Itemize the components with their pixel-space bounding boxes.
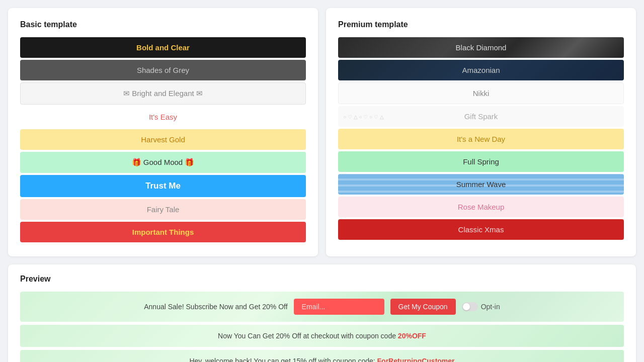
template-its-easy[interactable]: It's Easy [20, 107, 306, 127]
get-coupon-button[interactable]: Get My Coupon [390, 299, 456, 315]
returning-text: Hey, welcome back! You can get 15% off w… [189, 357, 454, 362]
template-its-new-day[interactable]: It's a New Day [338, 129, 624, 149]
template-amazonian[interactable]: Amazonian [338, 60, 624, 80]
template-summer-wave[interactable]: Summer Wave [338, 174, 624, 195]
template-rose-makeup[interactable]: Rose Makeup [338, 197, 624, 217]
template-fairy-tale[interactable]: Fairy Tale [20, 199, 306, 220]
opt-in-area: Opt-in [462, 302, 500, 311]
template-bright-elegant[interactable]: ✉ Bright and Elegant ✉ [20, 82, 306, 105]
basic-template-card: Basic template Bold and Clear Shades of … [8, 8, 318, 256]
preview-returning-row: Hey, welcome back! You can get 15% off w… [20, 350, 624, 362]
template-trust-me[interactable]: Trust Me [20, 175, 306, 197]
preview-title: Preview [20, 275, 624, 284]
coupon-code-20off: 20%OFF [398, 332, 426, 340]
template-nikki[interactable]: Nikki [338, 82, 624, 104]
template-black-diamond[interactable]: Black Diamond [338, 37, 624, 58]
email-input[interactable] [294, 299, 384, 315]
subscribe-text: Annual Sale! Subscribe Now and Get 20% O… [144, 303, 287, 311]
template-classic-xmas[interactable]: Classic Xmas [338, 219, 624, 240]
template-bold-clear[interactable]: Bold and Clear [20, 37, 306, 58]
preview-card: Preview Annual Sale! Subscribe Now and G… [8, 264, 636, 362]
template-gift-spark[interactable]: Gift Spark [338, 106, 624, 127]
preview-coupon-row: Now You Can Get 20% Off at checkout with… [20, 325, 624, 347]
template-harvest-gold[interactable]: Harvest Gold [20, 129, 306, 150]
premium-template-title: Premium template [338, 20, 624, 29]
template-full-spring[interactable]: Full Spring [338, 151, 624, 172]
template-shades-grey[interactable]: Shades of Grey [20, 60, 306, 80]
basic-template-title: Basic template [20, 20, 306, 29]
coupon-text: Now You Can Get 20% Off at checkout with… [218, 332, 426, 340]
preview-subscribe-row: Annual Sale! Subscribe Now and Get 20% O… [20, 292, 624, 322]
template-good-mood[interactable]: 🎁 Good Mood 🎁 [20, 152, 306, 173]
opt-in-toggle[interactable] [462, 302, 478, 311]
returning-coupon-code: ForReturningCustomer [377, 357, 455, 362]
template-important-things[interactable]: Important Things [20, 222, 306, 242]
premium-template-card: Premium template Black Diamond Amazonian… [326, 8, 636, 256]
opt-in-label: Opt-in [481, 303, 500, 311]
